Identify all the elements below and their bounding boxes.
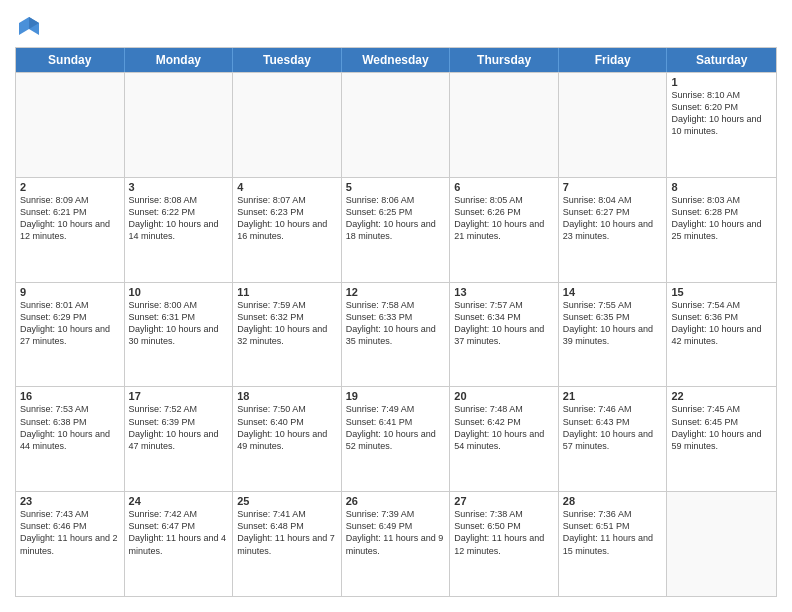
cell-info: Sunrise: 8:09 AM Sunset: 6:21 PM Dayligh… bbox=[20, 195, 110, 241]
cell-info: Sunrise: 8:01 AM Sunset: 6:29 PM Dayligh… bbox=[20, 300, 110, 346]
cal-header-thursday: Thursday bbox=[450, 48, 559, 72]
cal-cell: 28Sunrise: 7:36 AM Sunset: 6:51 PM Dayli… bbox=[559, 492, 668, 596]
day-number: 27 bbox=[454, 495, 554, 507]
day-number: 5 bbox=[346, 181, 446, 193]
day-number: 21 bbox=[563, 390, 663, 402]
day-number: 28 bbox=[563, 495, 663, 507]
day-number: 25 bbox=[237, 495, 337, 507]
cal-cell: 7Sunrise: 8:04 AM Sunset: 6:27 PM Daylig… bbox=[559, 178, 668, 282]
cal-cell: 11Sunrise: 7:59 AM Sunset: 6:32 PM Dayli… bbox=[233, 283, 342, 387]
cal-cell bbox=[559, 73, 668, 177]
day-number: 18 bbox=[237, 390, 337, 402]
logo bbox=[15, 15, 41, 39]
day-number: 3 bbox=[129, 181, 229, 193]
calendar-header-row: SundayMondayTuesdayWednesdayThursdayFrid… bbox=[16, 48, 776, 72]
day-number: 14 bbox=[563, 286, 663, 298]
day-number: 23 bbox=[20, 495, 120, 507]
cal-week-4: 23Sunrise: 7:43 AM Sunset: 6:46 PM Dayli… bbox=[16, 491, 776, 596]
cal-header-monday: Monday bbox=[125, 48, 234, 72]
cal-cell: 16Sunrise: 7:53 AM Sunset: 6:38 PM Dayli… bbox=[16, 387, 125, 491]
day-number: 22 bbox=[671, 390, 772, 402]
page: SundayMondayTuesdayWednesdayThursdayFrid… bbox=[0, 0, 792, 612]
cell-info: Sunrise: 8:10 AM Sunset: 6:20 PM Dayligh… bbox=[671, 90, 761, 136]
cell-info: Sunrise: 7:58 AM Sunset: 6:33 PM Dayligh… bbox=[346, 300, 436, 346]
cell-info: Sunrise: 7:55 AM Sunset: 6:35 PM Dayligh… bbox=[563, 300, 653, 346]
cal-cell: 26Sunrise: 7:39 AM Sunset: 6:49 PM Dayli… bbox=[342, 492, 451, 596]
cal-header-saturday: Saturday bbox=[667, 48, 776, 72]
day-number: 4 bbox=[237, 181, 337, 193]
logo-icon bbox=[17, 15, 41, 39]
cell-info: Sunrise: 8:00 AM Sunset: 6:31 PM Dayligh… bbox=[129, 300, 219, 346]
cal-cell: 13Sunrise: 7:57 AM Sunset: 6:34 PM Dayli… bbox=[450, 283, 559, 387]
cell-info: Sunrise: 7:38 AM Sunset: 6:50 PM Dayligh… bbox=[454, 509, 544, 555]
cal-cell: 2Sunrise: 8:09 AM Sunset: 6:21 PM Daylig… bbox=[16, 178, 125, 282]
cal-header-tuesday: Tuesday bbox=[233, 48, 342, 72]
cell-info: Sunrise: 7:59 AM Sunset: 6:32 PM Dayligh… bbox=[237, 300, 327, 346]
cell-info: Sunrise: 7:39 AM Sunset: 6:49 PM Dayligh… bbox=[346, 509, 444, 555]
cell-info: Sunrise: 7:41 AM Sunset: 6:48 PM Dayligh… bbox=[237, 509, 335, 555]
day-number: 13 bbox=[454, 286, 554, 298]
cal-cell: 23Sunrise: 7:43 AM Sunset: 6:46 PM Dayli… bbox=[16, 492, 125, 596]
cal-cell: 25Sunrise: 7:41 AM Sunset: 6:48 PM Dayli… bbox=[233, 492, 342, 596]
day-number: 16 bbox=[20, 390, 120, 402]
cal-cell: 5Sunrise: 8:06 AM Sunset: 6:25 PM Daylig… bbox=[342, 178, 451, 282]
cal-cell: 3Sunrise: 8:08 AM Sunset: 6:22 PM Daylig… bbox=[125, 178, 234, 282]
cal-week-0: 1Sunrise: 8:10 AM Sunset: 6:20 PM Daylig… bbox=[16, 72, 776, 177]
cell-info: Sunrise: 8:08 AM Sunset: 6:22 PM Dayligh… bbox=[129, 195, 219, 241]
cell-info: Sunrise: 7:49 AM Sunset: 6:41 PM Dayligh… bbox=[346, 404, 436, 450]
cal-week-3: 16Sunrise: 7:53 AM Sunset: 6:38 PM Dayli… bbox=[16, 386, 776, 491]
cell-info: Sunrise: 8:04 AM Sunset: 6:27 PM Dayligh… bbox=[563, 195, 653, 241]
cal-cell: 24Sunrise: 7:42 AM Sunset: 6:47 PM Dayli… bbox=[125, 492, 234, 596]
cal-cell: 19Sunrise: 7:49 AM Sunset: 6:41 PM Dayli… bbox=[342, 387, 451, 491]
calendar: SundayMondayTuesdayWednesdayThursdayFrid… bbox=[15, 47, 777, 597]
cell-info: Sunrise: 7:43 AM Sunset: 6:46 PM Dayligh… bbox=[20, 509, 118, 555]
day-number: 6 bbox=[454, 181, 554, 193]
cal-cell: 22Sunrise: 7:45 AM Sunset: 6:45 PM Dayli… bbox=[667, 387, 776, 491]
cal-cell: 14Sunrise: 7:55 AM Sunset: 6:35 PM Dayli… bbox=[559, 283, 668, 387]
cal-cell: 12Sunrise: 7:58 AM Sunset: 6:33 PM Dayli… bbox=[342, 283, 451, 387]
cal-cell: 8Sunrise: 8:03 AM Sunset: 6:28 PM Daylig… bbox=[667, 178, 776, 282]
cal-cell bbox=[233, 73, 342, 177]
day-number: 7 bbox=[563, 181, 663, 193]
cell-info: Sunrise: 7:45 AM Sunset: 6:45 PM Dayligh… bbox=[671, 404, 761, 450]
cal-cell: 21Sunrise: 7:46 AM Sunset: 6:43 PM Dayli… bbox=[559, 387, 668, 491]
day-number: 11 bbox=[237, 286, 337, 298]
header bbox=[15, 15, 777, 39]
cal-cell: 27Sunrise: 7:38 AM Sunset: 6:50 PM Dayli… bbox=[450, 492, 559, 596]
day-number: 2 bbox=[20, 181, 120, 193]
cal-cell: 9Sunrise: 8:01 AM Sunset: 6:29 PM Daylig… bbox=[16, 283, 125, 387]
cal-cell: 1Sunrise: 8:10 AM Sunset: 6:20 PM Daylig… bbox=[667, 73, 776, 177]
cal-cell: 15Sunrise: 7:54 AM Sunset: 6:36 PM Dayli… bbox=[667, 283, 776, 387]
cell-info: Sunrise: 8:07 AM Sunset: 6:23 PM Dayligh… bbox=[237, 195, 327, 241]
cell-info: Sunrise: 7:42 AM Sunset: 6:47 PM Dayligh… bbox=[129, 509, 227, 555]
cal-cell bbox=[667, 492, 776, 596]
cal-header-sunday: Sunday bbox=[16, 48, 125, 72]
day-number: 17 bbox=[129, 390, 229, 402]
cal-cell: 18Sunrise: 7:50 AM Sunset: 6:40 PM Dayli… bbox=[233, 387, 342, 491]
cal-week-2: 9Sunrise: 8:01 AM Sunset: 6:29 PM Daylig… bbox=[16, 282, 776, 387]
cell-info: Sunrise: 7:53 AM Sunset: 6:38 PM Dayligh… bbox=[20, 404, 110, 450]
cal-header-friday: Friday bbox=[559, 48, 668, 72]
cell-info: Sunrise: 7:57 AM Sunset: 6:34 PM Dayligh… bbox=[454, 300, 544, 346]
day-number: 24 bbox=[129, 495, 229, 507]
day-number: 8 bbox=[671, 181, 772, 193]
cell-info: Sunrise: 7:52 AM Sunset: 6:39 PM Dayligh… bbox=[129, 404, 219, 450]
cal-header-wednesday: Wednesday bbox=[342, 48, 451, 72]
cell-info: Sunrise: 7:36 AM Sunset: 6:51 PM Dayligh… bbox=[563, 509, 653, 555]
cal-cell bbox=[125, 73, 234, 177]
calendar-body: 1Sunrise: 8:10 AM Sunset: 6:20 PM Daylig… bbox=[16, 72, 776, 596]
cell-info: Sunrise: 7:54 AM Sunset: 6:36 PM Dayligh… bbox=[671, 300, 761, 346]
day-number: 12 bbox=[346, 286, 446, 298]
cal-cell bbox=[16, 73, 125, 177]
day-number: 1 bbox=[671, 76, 772, 88]
cal-cell: 6Sunrise: 8:05 AM Sunset: 6:26 PM Daylig… bbox=[450, 178, 559, 282]
cal-cell: 4Sunrise: 8:07 AM Sunset: 6:23 PM Daylig… bbox=[233, 178, 342, 282]
cell-info: Sunrise: 8:06 AM Sunset: 6:25 PM Dayligh… bbox=[346, 195, 436, 241]
cell-info: Sunrise: 7:50 AM Sunset: 6:40 PM Dayligh… bbox=[237, 404, 327, 450]
day-number: 10 bbox=[129, 286, 229, 298]
cell-info: Sunrise: 7:46 AM Sunset: 6:43 PM Dayligh… bbox=[563, 404, 653, 450]
cal-cell: 17Sunrise: 7:52 AM Sunset: 6:39 PM Dayli… bbox=[125, 387, 234, 491]
cal-week-1: 2Sunrise: 8:09 AM Sunset: 6:21 PM Daylig… bbox=[16, 177, 776, 282]
cell-info: Sunrise: 8:03 AM Sunset: 6:28 PM Dayligh… bbox=[671, 195, 761, 241]
cal-cell bbox=[450, 73, 559, 177]
